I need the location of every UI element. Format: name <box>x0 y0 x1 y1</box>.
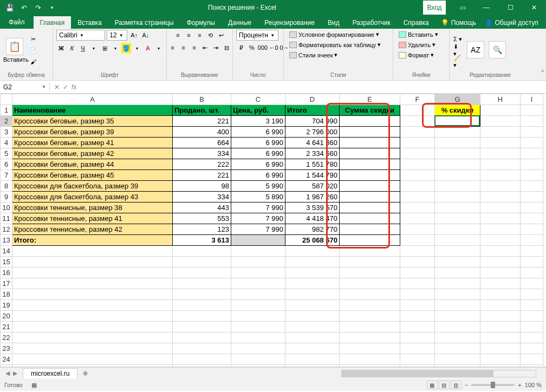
add-sheet-icon[interactable]: ⊕ <box>83 370 88 377</box>
col-header-I[interactable]: I <box>521 94 543 105</box>
cell-B13[interactable]: 3 613 <box>173 235 231 246</box>
cell-H13[interactable] <box>480 235 521 246</box>
cell-H8[interactable] <box>480 181 521 192</box>
font-name-combo[interactable]: Calibri▼ <box>56 30 105 41</box>
row-header-7[interactable]: 7 <box>1 170 12 181</box>
cell-H11[interactable] <box>480 213 521 224</box>
underline-dropdown-icon[interactable]: ▾ <box>89 43 99 53</box>
col-header-A[interactable]: A <box>12 94 173 105</box>
fill-dropdown-icon[interactable]: ▾ <box>132 43 142 53</box>
col-header-E[interactable]: E <box>340 94 400 105</box>
row-header-17[interactable]: 17 <box>1 278 12 289</box>
row-header-11[interactable]: 11 <box>1 213 12 224</box>
qat-dropdown-icon[interactable]: ▼ <box>47 2 57 13</box>
cell-C15[interactable] <box>231 257 285 267</box>
cell-B5[interactable]: 334 <box>173 148 231 159</box>
cell-D15[interactable] <box>285 257 340 267</box>
cell-E19[interactable] <box>340 300 400 311</box>
zoom-out-icon[interactable]: − <box>465 382 468 388</box>
cell-B15[interactable] <box>173 257 231 267</box>
copy-icon[interactable]: 📄 <box>28 45 38 55</box>
align-bottom-icon[interactable]: ≡ <box>195 30 205 40</box>
horizontal-scrollbar[interactable] <box>341 370 536 377</box>
sheet-nav-prev-icon[interactable]: ◀ <box>5 370 10 377</box>
col-header-G[interactable]: G <box>435 94 480 105</box>
cell-G24[interactable] <box>435 354 480 365</box>
cell-A19[interactable] <box>12 300 173 311</box>
row-header-19[interactable]: 19 <box>1 300 12 311</box>
cell-F11[interactable] <box>400 213 435 224</box>
delete-cells-button[interactable]: Удалить ▾ <box>396 40 438 49</box>
fx-icon[interactable]: fx <box>72 83 76 91</box>
name-box[interactable]: G2▼ <box>0 82 50 92</box>
borders-button[interactable]: ⊞ <box>100 43 109 53</box>
cell-E2[interactable] <box>340 116 400 127</box>
cell-A24[interactable] <box>12 354 173 365</box>
cell-H7[interactable] <box>480 170 521 181</box>
cell-A8[interactable]: Кроссовки для баскетбола, размер 39 <box>12 181 173 192</box>
cell-A17[interactable] <box>12 278 173 289</box>
row-header-3[interactable]: 3 <box>1 127 12 138</box>
cell-C7[interactable]: 6 990 <box>231 170 285 181</box>
cell-H3[interactable] <box>480 127 521 138</box>
align-right-icon[interactable]: ≡ <box>190 43 199 53</box>
cell-B17[interactable] <box>173 278 231 289</box>
cell-D13[interactable]: 25 068 670 <box>285 235 340 246</box>
align-left-icon[interactable]: ≡ <box>168 43 178 53</box>
enter-formula-icon[interactable]: ✓ <box>63 83 68 91</box>
cell-B18[interactable] <box>173 289 231 300</box>
cell-B23[interactable] <box>173 343 231 354</box>
cell-B2[interactable]: 221 <box>173 116 231 127</box>
page-layout-view-icon[interactable]: ▤ <box>439 381 450 389</box>
cell-I11[interactable] <box>521 213 543 224</box>
cell-B19[interactable] <box>173 300 231 311</box>
cell-F21[interactable] <box>400 322 435 332</box>
cut-icon[interactable]: ✂ <box>28 34 38 44</box>
cell-E22[interactable] <box>340 332 400 343</box>
cell-A6[interactable]: Кроссовки беговые, размер 44 <box>12 159 173 170</box>
cell-G19[interactable] <box>435 300 480 311</box>
cell-D1[interactable]: Итого <box>285 105 340 116</box>
cell-A16[interactable] <box>12 267 173 278</box>
cell-F12[interactable] <box>400 224 435 235</box>
tab-home[interactable]: Главная <box>34 16 72 29</box>
cell-F2[interactable] <box>400 116 435 127</box>
cell-D14[interactable] <box>285 246 340 257</box>
share-button[interactable]: 👤 Общий доступ <box>482 17 542 29</box>
cell-D8[interactable]: 587 020 <box>285 181 340 192</box>
cell-A21[interactable] <box>12 322 173 332</box>
cell-B6[interactable]: 222 <box>173 159 231 170</box>
cell-D11[interactable]: 4 418 470 <box>285 213 340 224</box>
cell-A11[interactable]: Кроссовки теннисные, размер 41 <box>12 213 173 224</box>
format-painter-icon[interactable]: 🖌 <box>28 57 38 67</box>
row-header-5[interactable]: 5 <box>1 148 12 159</box>
cell-I16[interactable] <box>521 267 543 278</box>
cell-G7[interactable] <box>435 170 480 181</box>
cell-E8[interactable] <box>340 181 400 192</box>
format-cells-button[interactable]: Формат ▾ <box>396 50 436 60</box>
cell-H19[interactable] <box>480 300 521 311</box>
row-header-16[interactable]: 16 <box>1 267 12 278</box>
font-color-dropdown-icon[interactable]: ▾ <box>154 43 164 53</box>
cell-A18[interactable] <box>12 289 173 300</box>
zoom-in-icon[interactable]: + <box>518 382 521 388</box>
cell-H18[interactable] <box>480 289 521 300</box>
scroll-thumb[interactable] <box>342 370 493 377</box>
orientation-icon[interactable]: ⟲ <box>206 30 216 40</box>
save-icon[interactable]: 💾 <box>4 2 15 13</box>
normal-view-icon[interactable]: ▦ <box>427 381 438 389</box>
cell-G13[interactable] <box>435 235 480 246</box>
zoom-thumb[interactable] <box>491 382 495 388</box>
cell-G6[interactable] <box>435 159 480 170</box>
cell-D9[interactable]: 1 967 260 <box>285 192 340 202</box>
cell-A4[interactable]: Кроссовки беговые, размер 41 <box>12 138 173 148</box>
cell-F3[interactable] <box>400 127 435 138</box>
cell-D3[interactable]: 2 796 000 <box>285 127 340 138</box>
cell-F1[interactable] <box>400 105 435 116</box>
cell-B9[interactable]: 334 <box>173 192 231 202</box>
col-header-B[interactable]: B <box>173 94 231 105</box>
currency-icon[interactable]: ₽ <box>236 43 246 53</box>
cell-F6[interactable] <box>400 159 435 170</box>
cell-E23[interactable] <box>340 343 400 354</box>
font-color-button[interactable]: A <box>143 43 153 53</box>
